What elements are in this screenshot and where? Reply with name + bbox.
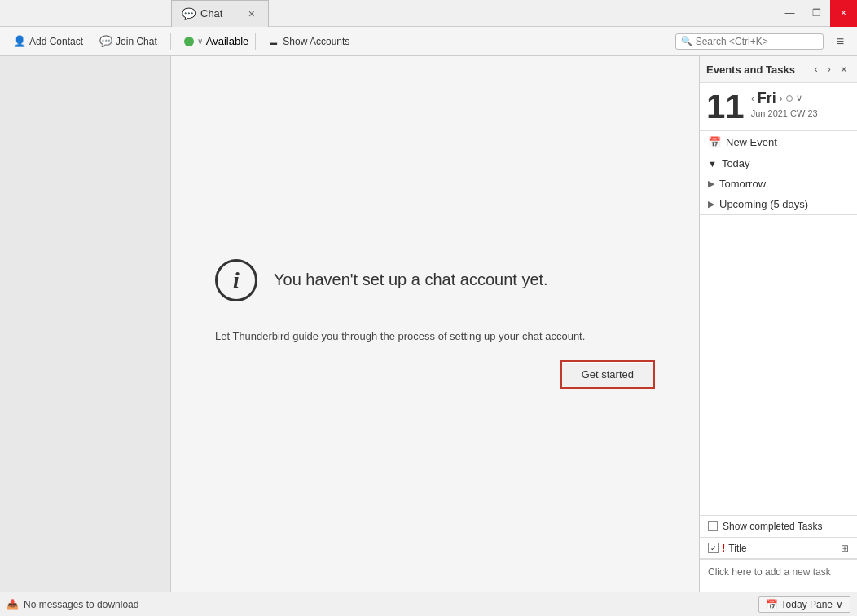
chat-setup-header: i You haven't set up a chat account yet. bbox=[215, 259, 655, 315]
chat-setup-card: i You haven't set up a chat account yet.… bbox=[215, 259, 655, 389]
tasks-header: ✓ ! Title ⊞ bbox=[700, 537, 857, 559]
add-task-area[interactable]: Click here to add a new task bbox=[700, 559, 857, 592]
events-prev-button[interactable]: ‹ bbox=[811, 62, 821, 77]
get-started-wrapper: Get started bbox=[215, 360, 655, 389]
upcoming-expand-arrow: ▶ bbox=[708, 199, 714, 209]
show-completed-tasks[interactable]: Show completed Tasks bbox=[700, 515, 857, 537]
date-number: 11 bbox=[706, 90, 745, 124]
date-details: ‹ Fri › ∨ Jun 2021 CW 23 bbox=[751, 90, 850, 118]
events-next-button[interactable]: › bbox=[824, 62, 834, 77]
window-close-button[interactable]: × bbox=[830, 0, 857, 27]
status-indicator bbox=[184, 37, 194, 46]
join-chat-button[interactable]: 💬 Join Chat bbox=[93, 32, 164, 51]
show-accounts-label: Show Accounts bbox=[283, 36, 349, 47]
today-indicator[interactable] bbox=[786, 95, 793, 102]
show-completed-checkbox[interactable] bbox=[708, 521, 718, 531]
show-accounts-button[interactable]: 🗕 Show Accounts bbox=[262, 32, 356, 51]
tab-close-button[interactable]: × bbox=[245, 6, 258, 22]
today-pane-icon: 📅 bbox=[766, 599, 778, 610]
date-day-label: Fri bbox=[758, 90, 776, 107]
today-label: Today bbox=[722, 157, 750, 169]
calendar-item-upcoming[interactable]: ▶ Upcoming (5 days) bbox=[700, 194, 857, 214]
join-chat-icon: 💬 bbox=[99, 35, 112, 47]
calendar-items: ▼ Today ▶ Tomorrow ▶ Upcoming (5 days) bbox=[700, 153, 857, 215]
date-day-row: ‹ Fri › ∨ bbox=[751, 90, 850, 107]
accounts-icon: 🗕 bbox=[269, 35, 279, 47]
chat-setup-description: Let Thunderbird guide you through the pr… bbox=[215, 328, 655, 345]
task-priority-column: ! bbox=[722, 542, 725, 554]
tomorrow-label: Tomorrow bbox=[719, 178, 766, 190]
join-chat-label: Join Chat bbox=[116, 36, 157, 47]
events-panel-title: Events and Tasks bbox=[706, 64, 808, 76]
toolbar-separator bbox=[170, 33, 171, 50]
search-box[interactable]: 🔍 bbox=[675, 33, 824, 50]
restore-button[interactable]: ❐ bbox=[803, 0, 830, 27]
chat-tab-label: Chat bbox=[200, 7, 222, 20]
add-task-label: Click here to add a new task bbox=[708, 566, 831, 578]
search-input[interactable] bbox=[696, 36, 818, 47]
calendar-item-tomorrow[interactable]: ▶ Tomorrow bbox=[700, 174, 857, 194]
add-contact-icon: 👤 bbox=[13, 35, 26, 47]
today-pane-label: Today Pane bbox=[781, 599, 833, 610]
title-bar: 💬 Chat × — ❐ × bbox=[0, 0, 857, 27]
window-controls: — ❐ × bbox=[776, 0, 857, 27]
app-tab[interactable]: 💬 Chat × bbox=[171, 0, 269, 27]
status-bar-text: No messages to download bbox=[24, 599, 754, 610]
sidebar bbox=[0, 56, 171, 592]
task-check-column: ✓ bbox=[708, 543, 719, 553]
search-icon: 🔍 bbox=[681, 36, 692, 46]
calendar-item-today[interactable]: ▼ Today bbox=[700, 153, 857, 174]
date-section: 11 ‹ Fri › ∨ Jun 2021 CW 23 bbox=[700, 83, 857, 131]
today-pane-arrow: ∨ bbox=[836, 599, 843, 610]
toolbar-separator-2 bbox=[255, 33, 256, 50]
toolbar: 👤 Add Contact 💬 Join Chat ∨ Available 🗕 … bbox=[0, 27, 857, 56]
add-contact-label: Add Contact bbox=[29, 36, 83, 47]
minimize-button[interactable]: — bbox=[776, 0, 803, 27]
date-dropdown-arrow[interactable]: ∨ bbox=[796, 93, 802, 103]
info-icon-label: i bbox=[233, 267, 240, 293]
status-bar-icon: 📥 bbox=[7, 599, 19, 610]
tomorrow-expand-arrow: ▶ bbox=[708, 178, 714, 189]
new-event-button[interactable]: 📅 New Event bbox=[700, 131, 857, 153]
status-section: ∨ Available bbox=[184, 35, 249, 47]
task-title-column: Title bbox=[728, 543, 837, 554]
chat-tab-icon: 💬 bbox=[182, 7, 196, 20]
new-event-label: New Event bbox=[726, 136, 777, 148]
menu-button[interactable]: ≡ bbox=[830, 31, 850, 52]
add-contact-button[interactable]: 👤 Add Contact bbox=[7, 32, 90, 51]
get-started-button[interactable]: Get started bbox=[560, 360, 655, 389]
date-next-button[interactable]: › bbox=[780, 93, 783, 104]
status-bar: 📥 No messages to download 📅 Today Pane ∨ bbox=[0, 592, 857, 616]
date-subtitle: Jun 2021 CW 23 bbox=[751, 108, 850, 118]
show-completed-label: Show completed Tasks bbox=[723, 521, 823, 532]
today-expand-arrow: ▼ bbox=[708, 159, 717, 169]
main-layout: i You haven't set up a chat account yet.… bbox=[0, 56, 857, 592]
chat-setup-title: You haven't set up a chat account yet. bbox=[274, 271, 548, 289]
status-dropdown-arrow[interactable]: ∨ bbox=[197, 37, 203, 46]
events-panel: Events and Tasks ‹ › × 11 ‹ Fri › ∨ Jun … bbox=[699, 56, 857, 592]
new-event-icon: 📅 bbox=[708, 136, 721, 148]
date-prev-button[interactable]: ‹ bbox=[751, 93, 754, 104]
status-label: Available bbox=[206, 35, 249, 47]
task-column-options[interactable]: ⊞ bbox=[841, 543, 849, 554]
upcoming-label: Upcoming (5 days) bbox=[719, 198, 808, 210]
events-spacer bbox=[700, 215, 857, 515]
events-panel-header: Events and Tasks ‹ › × bbox=[700, 56, 857, 83]
chat-area: i You haven't set up a chat account yet.… bbox=[171, 56, 699, 592]
title-bar-left: 💬 Chat × bbox=[0, 0, 776, 27]
info-icon: i bbox=[215, 259, 257, 301]
events-close-button[interactable]: × bbox=[837, 61, 850, 77]
today-pane-button[interactable]: 📅 Today Pane ∨ bbox=[758, 596, 850, 613]
